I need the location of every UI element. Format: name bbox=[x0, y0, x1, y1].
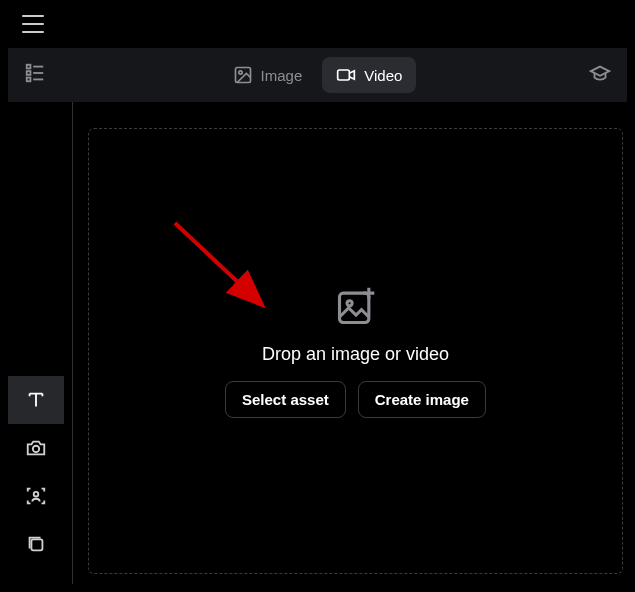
svg-rect-1 bbox=[27, 71, 31, 75]
grid-view-icon[interactable] bbox=[24, 62, 46, 88]
tab-video[interactable]: Video bbox=[322, 57, 416, 93]
vertical-divider bbox=[72, 102, 73, 584]
tabs-bar: Image Video bbox=[8, 48, 627, 102]
svg-rect-8 bbox=[338, 70, 350, 80]
face-scan-icon bbox=[25, 485, 47, 507]
svg-point-9 bbox=[33, 446, 39, 452]
tab-video-label: Video bbox=[364, 67, 402, 84]
svg-rect-12 bbox=[339, 293, 368, 322]
graduation-cap-icon[interactable] bbox=[589, 62, 611, 88]
tab-image[interactable]: Image bbox=[219, 57, 317, 93]
svg-point-13 bbox=[347, 301, 352, 306]
svg-rect-2 bbox=[27, 78, 31, 82]
drop-zone-text: Drop an image or video bbox=[262, 344, 449, 365]
image-icon bbox=[233, 65, 253, 85]
text-tool[interactable] bbox=[8, 376, 64, 424]
hamburger-menu[interactable] bbox=[22, 15, 44, 33]
create-image-button[interactable]: Create image bbox=[358, 381, 486, 418]
layers-icon bbox=[25, 533, 47, 555]
drop-zone[interactable]: Drop an image or video Select asset Crea… bbox=[88, 128, 623, 574]
select-asset-button[interactable]: Select asset bbox=[225, 381, 346, 418]
svg-point-7 bbox=[238, 71, 241, 74]
video-icon bbox=[336, 65, 356, 85]
svg-rect-0 bbox=[27, 65, 31, 69]
layers-tool[interactable] bbox=[8, 520, 64, 568]
text-icon bbox=[25, 389, 47, 411]
tab-image-label: Image bbox=[261, 67, 303, 84]
camera-tool[interactable] bbox=[8, 424, 64, 472]
left-sidebar bbox=[8, 102, 64, 584]
add-image-icon bbox=[334, 284, 378, 328]
svg-point-10 bbox=[34, 492, 39, 497]
face-tool[interactable] bbox=[8, 472, 64, 520]
camera-icon bbox=[25, 437, 47, 459]
svg-rect-11 bbox=[31, 539, 42, 550]
